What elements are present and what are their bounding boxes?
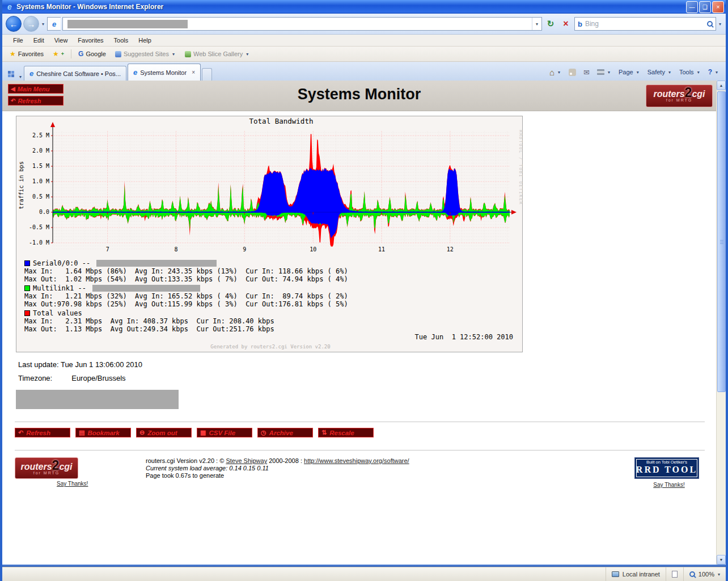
bookmark-icon: ▤ [79,429,84,436]
footer-credits: routers.cgi Version v2.20 : © Steve Ship… [146,457,634,479]
menu-tools[interactable]: Tools [109,36,134,45]
tab-systems-monitor[interactable]: e Systems Monitor × [128,64,201,81]
main-menu-button[interactable]: ◀ Main Menu [8,84,64,94]
tab-bar: ▾ e Cheshire Cat Software • Pos... e Sys… [2,62,726,81]
history-dropdown-icon[interactable]: ▾ [41,20,45,28]
minimize-button[interactable]: — [686,1,698,13]
rescale-action-button[interactable]: ⇅Rescale [318,428,374,437]
scrollbar-thumb[interactable] [717,91,726,392]
csv-file-icon: ▦ [200,429,206,436]
scroll-down-icon[interactable]: ▼ [717,555,726,565]
routers2-logo[interactable]: routers2cgi for MRTG [646,85,713,107]
legend-stats-row: Max In: 1.21 Mbps (32%) Avg In: 165.52 k… [24,292,517,300]
safety-menu-button[interactable]: Safety▾ [644,65,675,79]
main-menu-label: Main Menu [18,86,50,92]
software-url-link[interactable]: http://www.steveshipway.org/software/ [304,457,409,464]
tab-list-dropdown-icon[interactable]: ▾ [18,73,23,81]
zoom-level: 100% [699,571,714,578]
steve-shipway-link[interactable]: Steve Shipway [226,457,267,464]
ie-page-icon: e [133,68,137,77]
web-slice-label: Web Slice Gallery [193,50,243,57]
action-label: Bookmark [87,430,119,436]
tab-label: Systems Monitor [140,69,187,76]
csv-file-action-button[interactable]: ▦CSV File [197,428,252,437]
chevron-down-icon: ▾ [714,69,719,76]
quick-tabs-button[interactable] [5,67,17,81]
menu-view[interactable]: View [49,36,73,45]
action-label: Archive [269,430,293,436]
ie-page-icon: e [52,20,56,28]
scroll-up-icon[interactable]: ▲ [717,81,726,90]
read-mail-button[interactable]: ✉ [580,65,593,79]
header-refresh-button[interactable]: ↶ Refresh [8,96,64,106]
zoom-out-action-button[interactable]: ⊖Zoom out [136,428,192,437]
suggested-sites-button[interactable]: Suggested Sites ▾ [111,49,180,60]
tab-cheshire-cat[interactable]: e Cheshire Cat Software • Pos... [24,66,126,81]
rrdtool-caption: Built on Tobi Oetiker's [635,460,699,465]
search-options-dropdown-icon[interactable]: ▾ [718,20,722,28]
ie-page-icon: e [29,69,33,78]
favorites-bar: ★ Favorites ★+ G Google Suggested Sites … [2,47,726,62]
suggested-sites-label: Suggested Sites [124,50,169,57]
restore-button[interactable]: ❑ [699,1,711,13]
svg-text:-0.5 M: -0.5 M [29,224,49,230]
zoom-out-icon: ⊖ [139,429,145,436]
close-button[interactable]: × [712,1,724,13]
svg-text:2.5 M: 2.5 M [32,132,49,138]
stop-button[interactable]: × [559,17,573,31]
favorites-item-google[interactable]: G Google [74,48,110,60]
home-button[interactable]: ⌂▾ [546,65,565,79]
legend-stats-row: Max Out: 1.02 Mbps (54%) Avg Out:133.35 … [24,275,517,283]
forward-button[interactable]: → [23,16,39,32]
address-dropdown-icon[interactable]: ▾ [532,18,541,30]
title-bar: e Systems Monitor - Windows Internet Exp… [2,0,726,14]
tools-menu-button[interactable]: Tools▾ [676,65,704,79]
menu-edit[interactable]: Edit [28,36,49,45]
feeds-button[interactable] [565,65,579,79]
menu-favorites[interactable]: Favorites [73,36,108,45]
page-footer: routers2cgi for MRTG Say Thanks! routers… [15,457,704,489]
menu-file[interactable]: File [8,36,28,45]
routers2-footer-logo[interactable]: routers2cgi for MRTG [15,457,78,479]
graph-legend: Serial0/0:0 -- Max In: 1.64 Mbps (86%) A… [16,259,522,350]
legend-stats-row: Max In: 2.31 Mbps Avg In: 408.37 kbps Cu… [24,317,517,325]
add-favorite-button[interactable]: ★+ [49,48,68,60]
address-bar[interactable]: ▾ [62,17,542,31]
help-icon: ? [708,68,712,76]
credit-text: routers.cgi Version v2.20 : © [146,457,226,464]
page-menu-button[interactable]: Page▾ [615,65,644,79]
chevron-down-icon: ▾ [718,572,720,577]
favorites-button[interactable]: ★ Favorites [6,48,48,60]
last-update-text: Last update: Tue Jun 1 13:06:00 2010 [18,360,716,369]
graph-timestamp: Tue Jun 1 12:52:00 2010 [24,333,517,341]
status-extra-section[interactable] [666,567,683,581]
rrd-say-thanks-link[interactable]: Say Thanks! [653,482,684,488]
say-thanks-link[interactable]: Say Thanks! [57,481,142,487]
menu-help[interactable]: Help [133,36,156,45]
rrdtool-logo[interactable]: Built on Tobi Oetiker's RRD TOOL [634,457,699,479]
tab-close-icon[interactable]: × [192,69,195,75]
archive-action-button[interactable]: ◷Archive [257,428,313,437]
redacted-select-block[interactable] [16,390,179,409]
search-input[interactable]: b Bing [574,17,716,31]
rrdtool-name: RRD TOOL [635,465,699,475]
logo-text: cgi [692,89,705,99]
zoom-control[interactable]: 100% ▾ [683,567,726,581]
bookmark-action-button[interactable]: ▤Bookmark [75,428,131,437]
back-button[interactable]: ← [6,16,22,32]
bandwidth-graph-panel: 2.5 M2.0 M1.5 M1.0 M0.5 M0.0-0.5 M-1.0 M… [16,116,523,352]
refresh-button[interactable]: ↻ [544,17,557,31]
vertical-scrollbar[interactable]: ▲ ▼ [716,81,726,565]
legend-swatch-total [24,310,30,316]
legend-name-total: Total values [33,309,82,317]
print-button[interactable]: ▾ [594,65,615,79]
help-menu-button[interactable]: ?▾ [705,65,722,79]
new-tab-button[interactable] [202,68,212,81]
svg-text:11: 11 [378,246,385,252]
search-icon[interactable] [707,21,713,27]
chevron-down-icon: ▾ [171,50,176,58]
status-bar: Local intranet 100% ▾ [2,567,726,581]
logo-text: cgi [59,462,72,471]
web-slice-gallery-button[interactable]: Web Slice Gallery ▾ [181,49,253,60]
refresh-action-button[interactable]: ↶Refresh [15,428,70,437]
